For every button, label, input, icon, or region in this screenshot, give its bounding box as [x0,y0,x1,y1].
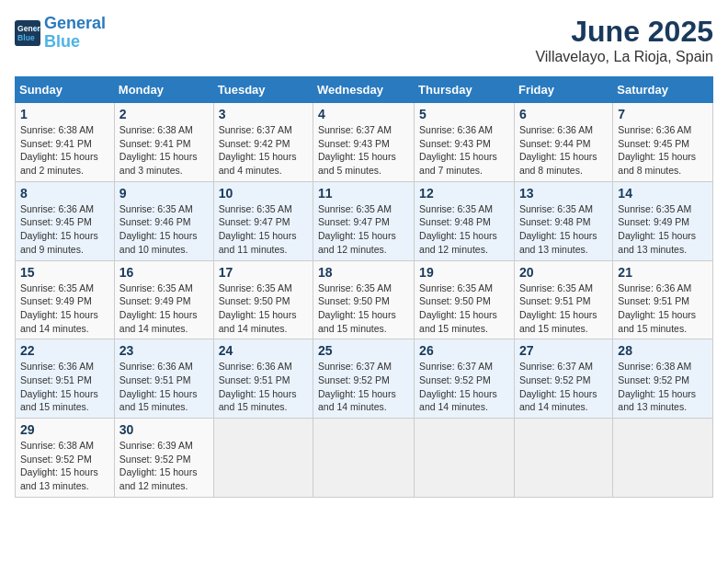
table-row: 15Sunrise: 6:35 AMSunset: 9:49 PMDayligh… [16,260,115,339]
day-detail: Sunrise: 6:35 AMSunset: 9:49 PMDaylight:… [20,282,109,336]
table-row: 10Sunrise: 6:35 AMSunset: 9:47 PMDayligh… [213,181,313,260]
day-number: 28 [618,343,708,358]
day-detail: Sunrise: 6:36 AMSunset: 9:51 PMDaylight:… [20,360,109,414]
day-detail: Sunrise: 6:36 AMSunset: 9:44 PMDaylight:… [519,123,608,178]
calendar-header-row: Sunday Monday Tuesday Wednesday Thursday… [16,77,713,103]
day-detail: Sunrise: 6:38 AMSunset: 9:41 PMDaylight:… [119,123,209,178]
calendar-week-row: 29Sunrise: 6:38 AMSunset: 9:52 PMDayligh… [16,419,713,498]
table-row: 12Sunrise: 6:35 AMSunset: 9:48 PMDayligh… [415,181,515,260]
day-number: 19 [419,265,509,280]
table-row: 4Sunrise: 6:37 AMSunset: 9:43 PMDaylight… [313,103,415,182]
page-header: General Blue GeneralBlue June 2025 Villa… [15,15,713,65]
table-row [514,419,612,498]
table-row: 22Sunrise: 6:36 AMSunset: 9:51 PMDayligh… [16,339,115,419]
day-number: 29 [20,422,109,437]
calendar-week-row: 1Sunrise: 6:38 AMSunset: 9:41 PMDaylight… [16,103,713,182]
day-detail: Sunrise: 6:35 AMSunset: 9:49 PMDaylight:… [618,202,708,257]
table-row: 18Sunrise: 6:35 AMSunset: 9:50 PMDayligh… [313,260,415,339]
day-number: 5 [419,107,509,121]
day-number: 14 [618,186,708,201]
table-row: 27Sunrise: 6:37 AMSunset: 9:52 PMDayligh… [514,339,612,419]
header-friday: Friday [514,77,612,103]
day-number: 10 [219,186,308,201]
day-number: 1 [20,107,109,121]
day-detail: Sunrise: 6:36 AMSunset: 9:51 PMDaylight:… [219,360,308,414]
day-detail: Sunrise: 6:38 AMSunset: 9:41 PMDaylight:… [20,123,109,178]
day-detail: Sunrise: 6:35 AMSunset: 9:47 PMDaylight:… [219,202,308,257]
logo: General Blue GeneralBlue [15,15,106,52]
header-saturday: Saturday [613,77,713,103]
day-number: 9 [119,186,209,201]
table-row: 28Sunrise: 6:38 AMSunset: 9:52 PMDayligh… [613,339,713,419]
day-number: 24 [219,343,308,358]
table-row: 20Sunrise: 6:35 AMSunset: 9:51 PMDayligh… [514,260,612,339]
day-detail: Sunrise: 6:36 AMSunset: 9:51 PMDaylight:… [119,360,209,414]
table-row: 21Sunrise: 6:36 AMSunset: 9:51 PMDayligh… [613,260,713,339]
day-number: 6 [519,107,608,121]
day-number: 7 [618,107,708,121]
day-number: 25 [318,343,409,358]
day-detail: Sunrise: 6:35 AMSunset: 9:51 PMDaylight:… [519,282,608,336]
day-detail: Sunrise: 6:38 AMSunset: 9:52 PMDaylight:… [20,439,109,493]
month-title: June 2025 [535,15,713,49]
day-number: 30 [119,422,209,437]
calendar-week-row: 8Sunrise: 6:36 AMSunset: 9:45 PMDaylight… [16,181,713,260]
day-detail: Sunrise: 6:35 AMSunset: 9:48 PMDaylight:… [519,202,608,257]
logo-icon: General Blue [15,20,40,46]
table-row: 30Sunrise: 6:39 AMSunset: 9:52 PMDayligh… [114,419,213,498]
day-number: 3 [219,107,308,121]
logo-text: GeneralBlue [44,15,106,52]
table-row: 14Sunrise: 6:35 AMSunset: 9:49 PMDayligh… [613,181,713,260]
day-detail: Sunrise: 6:35 AMSunset: 9:50 PMDaylight:… [219,282,308,336]
day-number: 2 [119,107,209,121]
table-row [313,419,415,498]
day-number: 8 [20,186,109,201]
table-row [415,419,515,498]
table-row [613,419,713,498]
table-row: 8Sunrise: 6:36 AMSunset: 9:45 PMDaylight… [16,181,115,260]
day-detail: Sunrise: 6:36 AMSunset: 9:51 PMDaylight:… [618,282,708,336]
table-row: 23Sunrise: 6:36 AMSunset: 9:51 PMDayligh… [114,339,213,419]
header-tuesday: Tuesday [213,77,313,103]
day-detail: Sunrise: 6:37 AMSunset: 9:43 PMDaylight:… [318,123,409,178]
day-detail: Sunrise: 6:39 AMSunset: 9:52 PMDaylight:… [119,439,209,493]
table-row: 26Sunrise: 6:37 AMSunset: 9:52 PMDayligh… [415,339,515,419]
header-thursday: Thursday [415,77,515,103]
day-detail: Sunrise: 6:35 AMSunset: 9:47 PMDaylight:… [318,202,409,257]
day-detail: Sunrise: 6:37 AMSunset: 9:52 PMDaylight:… [519,360,608,414]
day-number: 18 [318,265,409,280]
day-number: 26 [419,343,509,358]
day-detail: Sunrise: 6:36 AMSunset: 9:45 PMDaylight:… [20,202,109,257]
table-row: 2Sunrise: 6:38 AMSunset: 9:41 PMDaylight… [114,103,213,182]
day-number: 4 [318,107,409,121]
day-detail: Sunrise: 6:37 AMSunset: 9:42 PMDaylight:… [219,123,308,178]
day-detail: Sunrise: 6:35 AMSunset: 9:48 PMDaylight:… [419,202,509,257]
day-detail: Sunrise: 6:35 AMSunset: 9:50 PMDaylight:… [318,282,409,336]
day-detail: Sunrise: 6:38 AMSunset: 9:52 PMDaylight:… [618,360,708,414]
header-monday: Monday [114,77,213,103]
day-detail: Sunrise: 6:35 AMSunset: 9:46 PMDaylight:… [119,202,209,257]
day-number: 23 [119,343,209,358]
day-number: 15 [20,265,109,280]
day-number: 17 [219,265,308,280]
day-number: 20 [519,265,608,280]
calendar-week-row: 22Sunrise: 6:36 AMSunset: 9:51 PMDayligh… [16,339,713,419]
table-row: 25Sunrise: 6:37 AMSunset: 9:52 PMDayligh… [313,339,415,419]
day-number: 27 [519,343,608,358]
table-row: 5Sunrise: 6:36 AMSunset: 9:43 PMDaylight… [415,103,515,182]
day-number: 16 [119,265,209,280]
day-detail: Sunrise: 6:37 AMSunset: 9:52 PMDaylight:… [318,360,409,414]
svg-text:Blue: Blue [17,33,35,42]
table-row: 3Sunrise: 6:37 AMSunset: 9:42 PMDaylight… [213,103,313,182]
calendar-table: Sunday Monday Tuesday Wednesday Thursday… [15,76,713,498]
day-detail: Sunrise: 6:35 AMSunset: 9:49 PMDaylight:… [119,282,209,336]
table-row: 29Sunrise: 6:38 AMSunset: 9:52 PMDayligh… [16,419,115,498]
table-row [213,419,313,498]
calendar-week-row: 15Sunrise: 6:35 AMSunset: 9:49 PMDayligh… [16,260,713,339]
table-row: 19Sunrise: 6:35 AMSunset: 9:50 PMDayligh… [415,260,515,339]
table-row: 7Sunrise: 6:36 AMSunset: 9:45 PMDaylight… [613,103,713,182]
day-detail: Sunrise: 6:35 AMSunset: 9:50 PMDaylight:… [419,282,509,336]
title-area: June 2025 Villavelayo, La Rioja, Spain [535,15,713,65]
day-number: 11 [318,186,409,201]
header-sunday: Sunday [16,77,115,103]
